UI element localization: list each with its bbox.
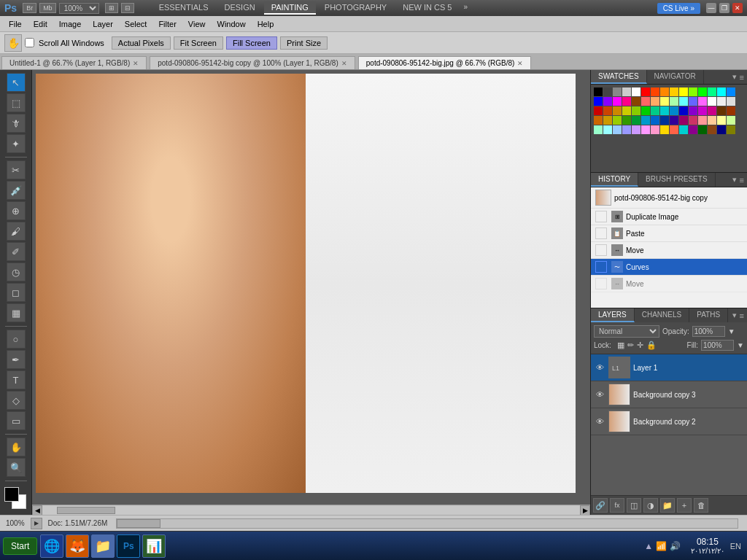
taskbar-photoshop-icon[interactable]: Ps bbox=[117, 534, 140, 558]
h-scroll-status[interactable] bbox=[116, 518, 738, 529]
swatch-65[interactable] bbox=[641, 125, 650, 134]
swatch-49[interactable] bbox=[632, 116, 640, 125]
fill-input[interactable] bbox=[701, 340, 734, 351]
swatch-6[interactable] bbox=[651, 88, 659, 96]
swatch-66[interactable] bbox=[651, 125, 659, 134]
swatch-64[interactable] bbox=[632, 125, 640, 134]
swatch-68[interactable] bbox=[670, 125, 678, 134]
minimize-button[interactable]: — bbox=[706, 3, 716, 13]
doc-tab-0[interactable]: Untitled-1 @ 66.7% (Layer 1, RGB/8) ✕ bbox=[1, 56, 147, 69]
eraser-tool[interactable]: ◻ bbox=[7, 283, 26, 302]
layer-eye-2[interactable]: 👁 bbox=[594, 416, 605, 427]
tab-paths[interactable]: PATHS bbox=[689, 308, 728, 322]
history-brush-tool[interactable]: ◷ bbox=[7, 262, 26, 281]
history-item-5[interactable]: ↔ Move bbox=[591, 276, 747, 292]
taskbar-ie-icon[interactable]: 🌐 bbox=[40, 534, 63, 558]
hand-tool-icon[interactable]: ✋ bbox=[4, 34, 22, 52]
swatch-28[interactable] bbox=[717, 97, 726, 106]
swatch-31[interactable] bbox=[603, 106, 612, 115]
dodge-tool[interactable]: ○ bbox=[7, 330, 26, 349]
fill-arrow[interactable]: ▼ bbox=[737, 341, 744, 349]
swatch-24[interactable] bbox=[679, 97, 688, 106]
swatch-23[interactable] bbox=[670, 97, 678, 106]
text-tool[interactable]: T bbox=[7, 370, 26, 389]
bridge-button[interactable]: Br bbox=[23, 3, 36, 13]
swatch-56[interactable] bbox=[698, 116, 707, 125]
tab-essentials[interactable]: ESSENTIALS bbox=[152, 1, 216, 15]
swatch-29[interactable] bbox=[727, 97, 735, 106]
swatch-8[interactable] bbox=[670, 88, 678, 96]
swatch-14[interactable] bbox=[727, 88, 735, 96]
fit-screen-button[interactable]: Fit Screen bbox=[174, 36, 223, 50]
history-snapshot[interactable]: potd-090806-95142-big copy bbox=[591, 187, 747, 209]
menu-edit[interactable]: Edit bbox=[28, 18, 53, 30]
layer-eye-0[interactable]: 👁 bbox=[594, 362, 605, 373]
menu-view[interactable]: View bbox=[182, 18, 212, 30]
swatch-5[interactable] bbox=[641, 88, 650, 96]
swatch-26[interactable] bbox=[698, 97, 707, 106]
history-state-2[interactable] bbox=[595, 228, 607, 239]
zoom-tool[interactable]: 🔍 bbox=[7, 458, 26, 477]
swatch-73[interactable] bbox=[717, 125, 726, 134]
history-item-3[interactable]: ↔ Move bbox=[591, 242, 747, 259]
swatch-67[interactable] bbox=[660, 125, 669, 134]
tray-arrow-icon[interactable]: ▲ bbox=[644, 541, 653, 551]
swatch-50[interactable] bbox=[641, 116, 650, 125]
brush-tool[interactable]: 🖌 bbox=[7, 222, 26, 241]
tab-painting[interactable]: PAINTING bbox=[264, 1, 316, 15]
status-info-btn[interactable]: ▶ bbox=[31, 518, 42, 529]
menu-select[interactable]: Select bbox=[119, 18, 153, 30]
menu-image[interactable]: Image bbox=[53, 18, 88, 30]
swatch-7[interactable] bbox=[660, 88, 669, 96]
history-item-1[interactable]: ⊞ Duplicate Image bbox=[591, 209, 747, 225]
close-button[interactable]: ✕ bbox=[732, 3, 743, 13]
swatch-2[interactable] bbox=[613, 88, 622, 96]
swatch-27[interactable] bbox=[708, 97, 716, 106]
lock-transparent-icon[interactable]: ▦ bbox=[617, 341, 624, 350]
eyedropper-tool[interactable]: 💉 bbox=[7, 181, 26, 200]
swatch-3[interactable] bbox=[622, 88, 631, 96]
swatch-43[interactable] bbox=[717, 106, 726, 115]
layer-row-1[interactable]: 👁 Background copy 3 bbox=[591, 381, 747, 408]
history-state-4[interactable] bbox=[595, 261, 607, 273]
swatch-54[interactable] bbox=[679, 116, 688, 125]
layer-new-button[interactable]: + bbox=[677, 498, 692, 513]
swatch-47[interactable] bbox=[613, 116, 622, 125]
taskbar-firefox-icon[interactable]: 🦊 bbox=[66, 534, 89, 558]
print-size-button[interactable]: Print Size bbox=[280, 36, 328, 50]
swatch-69[interactable] bbox=[679, 125, 688, 134]
tab-swatches[interactable]: SWATCHES bbox=[591, 70, 647, 84]
path-tool[interactable]: ◇ bbox=[7, 391, 26, 410]
menu-file[interactable]: File bbox=[3, 18, 28, 30]
tab-history[interactable]: HISTORY bbox=[591, 173, 638, 187]
history-state-3[interactable] bbox=[595, 244, 607, 256]
swatch-55[interactable] bbox=[689, 116, 697, 125]
swatch-62[interactable] bbox=[613, 125, 622, 134]
taskbar-folder-icon[interactable]: 📁 bbox=[91, 534, 115, 558]
lasso-tool[interactable]: 🗡 bbox=[7, 114, 26, 133]
close-tab-2[interactable]: ✕ bbox=[517, 60, 523, 67]
tab-design[interactable]: DESIGN bbox=[217, 1, 263, 15]
h-scroll-status-thumb[interactable] bbox=[117, 519, 160, 528]
swatch-40[interactable] bbox=[689, 106, 697, 115]
swatch-25[interactable] bbox=[689, 97, 697, 106]
swatch-10[interactable] bbox=[689, 88, 697, 96]
pen-tool[interactable]: ✒ bbox=[7, 350, 26, 369]
layer-link-button[interactable]: 🔗 bbox=[593, 498, 608, 513]
swatch-70[interactable] bbox=[689, 125, 697, 134]
arrange2-button[interactable]: ⊟ bbox=[121, 3, 134, 13]
clone-tool[interactable]: ✐ bbox=[7, 242, 26, 261]
swatch-72[interactable] bbox=[708, 125, 716, 134]
swatch-38[interactable] bbox=[670, 106, 678, 115]
close-tab-1[interactable]: ✕ bbox=[341, 60, 347, 67]
swatch-22[interactable] bbox=[660, 97, 669, 106]
swatch-44[interactable] bbox=[727, 106, 735, 115]
swatch-12[interactable] bbox=[708, 88, 716, 96]
swatch-61[interactable] bbox=[603, 125, 612, 134]
lock-all-icon[interactable]: 🔒 bbox=[646, 341, 657, 350]
layer-eye-1[interactable]: 👁 bbox=[594, 389, 605, 400]
swatch-9[interactable] bbox=[679, 88, 688, 96]
healing-tool[interactable]: ⊕ bbox=[7, 201, 26, 220]
layer-row-2[interactable]: 👁 Background copy 2 bbox=[591, 408, 747, 435]
swatch-51[interactable] bbox=[651, 116, 659, 125]
